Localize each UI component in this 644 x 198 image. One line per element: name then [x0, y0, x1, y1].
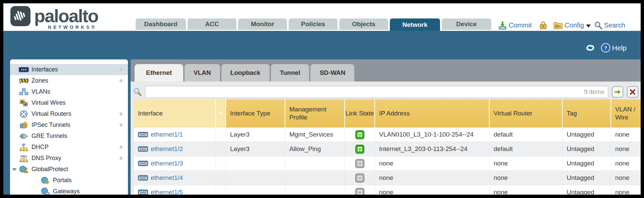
ip-cell: Internet_L3_203-0-113-254--24	[375, 142, 490, 156]
ip-cell: none	[375, 171, 490, 185]
network-sidebar: Interfaces Zones	[10, 59, 128, 195]
utility-row: ? Help	[585, 43, 627, 53]
help-link[interactable]: Help	[612, 44, 627, 52]
config-caret-icon[interactable]	[586, 24, 591, 28]
lock-icon[interactable]	[539, 21, 547, 30]
filter-input[interactable]: 9 items	[145, 86, 608, 98]
item-dot	[120, 123, 123, 127]
tab-ethernet[interactable]: Ethernet	[135, 64, 183, 82]
content-area: Ethernet VLAN Loopback Tunnel SD-WAN 9 i…	[131, 59, 641, 195]
vlan-cell: none	[611, 171, 641, 185]
clear-filter-button[interactable]	[627, 86, 638, 98]
mgmt-profile-cell	[285, 171, 345, 185]
item-dot	[120, 146, 123, 149]
sidebar-item-portals[interactable]: Portals	[10, 175, 128, 186]
expand-arrow-icon[interactable]	[12, 168, 17, 171]
interface-cell: ethernet1/1	[134, 128, 216, 142]
sidebar-item-label: GlobalProtect	[31, 166, 68, 173]
interface-link[interactable]: ethernet1/2	[151, 145, 183, 153]
sort-caret-icon	[218, 112, 223, 115]
interface-link[interactable]: ethernet1/5	[151, 189, 183, 195]
interface-link[interactable]: ethernet1/3	[151, 160, 183, 167]
items-count: 9 items	[584, 88, 604, 96]
table-row: ethernet1/4 none none	[134, 171, 641, 185]
col-interface-type[interactable]: Interface Type	[226, 99, 285, 128]
ethernet-interface-icon	[138, 132, 148, 137]
dns-proxy-icon: DNS	[18, 154, 29, 162]
sidebar-item-label: DNS Proxy	[31, 155, 61, 162]
tab-policies[interactable]: Policies	[289, 18, 338, 30]
sidebar-item-dhcp[interactable]: IP DHCP	[10, 142, 128, 153]
col-management-profile[interactable]: Management Profile	[285, 99, 345, 128]
commit-button[interactable]: Commit	[509, 21, 532, 29]
vlan-cell: none	[611, 128, 641, 142]
tab-sdwan[interactable]: SD-WAN	[310, 64, 354, 82]
tab-device[interactable]: Device	[442, 18, 491, 30]
ethernet-interface-icon	[138, 146, 148, 152]
sidebar-item-vlans[interactable]: VLANs	[10, 86, 128, 97]
paloalto-logo: paloalto NETWORKS®	[10, 6, 98, 30]
sidebar-item-ipsec-tunnels[interactable]: IPSec Tunnels	[10, 119, 128, 131]
paloalto-logo-icon	[10, 6, 31, 27]
sidebar-item-label: Gateways	[53, 188, 80, 195]
search-button[interactable]: Search	[604, 21, 625, 29]
tab-vlan[interactable]: VLAN	[185, 64, 220, 82]
ethernet-interface-icon	[138, 175, 148, 181]
table-row: ethernet1/3 none none	[134, 156, 641, 171]
sidebar-item-zones[interactable]: Zones	[10, 75, 128, 86]
interfaces-table: Interface Interface Type Management Prof…	[134, 99, 641, 195]
tab-dashboard[interactable]: Dashboard	[136, 18, 186, 30]
sidebar-item-virtual-routers[interactable]: Virtual Routers	[10, 108, 128, 119]
refresh-icon[interactable]	[585, 43, 595, 52]
col-vlan-wire[interactable]: VLAN / Wire	[611, 99, 641, 128]
interface-link[interactable]: ethernet1/4	[151, 174, 183, 182]
tab-acc[interactable]: ACC	[188, 18, 236, 30]
mgmt-profile-cell	[285, 156, 345, 170]
ip-cell: none	[375, 156, 490, 170]
red-x-icon	[630, 89, 636, 95]
sidebar-item-label: Interfaces	[31, 66, 58, 73]
interface-cell: ethernet1/4	[134, 171, 216, 185]
sidebar-item-interfaces[interactable]: Interfaces	[10, 64, 128, 75]
col-link-state[interactable]: Link State	[345, 99, 375, 128]
sidebar-item-label: IPSec Tunnels	[31, 121, 70, 129]
tab-objects[interactable]: Objects	[339, 18, 388, 30]
apply-filter-button[interactable]	[612, 86, 623, 98]
interface-cell: ethernet1/3	[134, 156, 216, 170]
col-virtual-router[interactable]: Virtual Router	[490, 99, 563, 128]
svg-text:?: ?	[604, 45, 607, 51]
type-cell	[226, 156, 285, 170]
tab-loopback[interactable]: Loopback	[221, 64, 270, 82]
brand-subtitle: NETWORKS®	[48, 24, 97, 30]
col-ip-address[interactable]: IP Address	[375, 99, 490, 128]
link-state-cell	[345, 156, 375, 170]
config-icon[interactable]	[553, 21, 563, 30]
tab-tunnel[interactable]: Tunnel	[271, 64, 309, 82]
type-cell	[226, 171, 285, 185]
header-actions: Commit Config Search	[498, 21, 627, 30]
zones-icon	[18, 78, 29, 84]
item-dot	[120, 157, 123, 160]
col-interface[interactable]: Interface	[134, 99, 216, 128]
sidebar-item-label: VLANs	[31, 88, 50, 95]
search-icon[interactable]	[594, 21, 602, 30]
tab-monitor[interactable]: Monitor	[238, 18, 287, 30]
vlan-cell: none	[611, 185, 641, 195]
config-menu[interactable]: Config	[565, 21, 584, 29]
interface-cell: ethernet1/2	[134, 142, 216, 156]
sidebar-item-globalprotect[interactable]: GlobalProtect	[10, 164, 128, 175]
ethernet-interface-icon	[138, 161, 148, 166]
virtual-router-cell: none	[490, 185, 563, 195]
col-sort-menu[interactable]	[216, 99, 226, 128]
sidebar-item-label: Virtual Wires	[31, 99, 66, 106]
help-icon[interactable]: ?	[601, 43, 611, 53]
sidebar-item-gre-tunnels[interactable]: GRE Tunnels	[10, 131, 128, 142]
link-down-icon	[355, 159, 364, 168]
sidebar-item-virtual-wires[interactable]: Virtual Wires	[10, 97, 128, 108]
interface-link[interactable]: ethernet1/1	[151, 131, 183, 138]
col-tag[interactable]: Tag	[563, 99, 611, 128]
tab-network[interactable]: Network	[390, 18, 440, 31]
sidebar-item-gateways[interactable]: Gateways	[10, 186, 128, 195]
commit-icon[interactable]	[498, 21, 507, 30]
sidebar-item-dns-proxy[interactable]: DNS DNS Proxy	[10, 153, 128, 164]
